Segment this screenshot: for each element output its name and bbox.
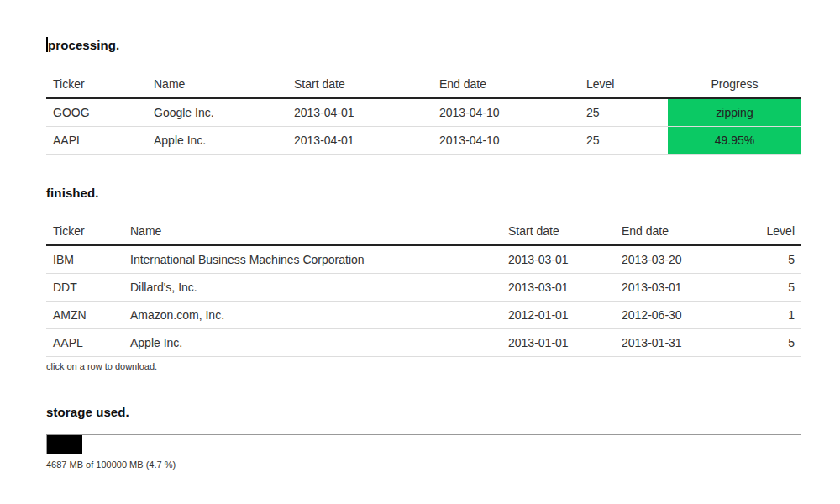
table-row-download[interactable]: AMZN Amazon.com, Inc. 2012-01-01 2012-06… [46,302,801,329]
finished-table: Ticker Name Start date End date Level IB… [46,218,801,357]
col-name: Name [123,218,501,245]
cell-name: Apple Inc. [123,329,501,357]
cell-ticker: AMZN [46,302,123,329]
cell-level: 5 [728,329,801,357]
table-row-download[interactable]: DDT Dillard's, Inc. 2013-03-01 2013-03-0… [46,274,801,302]
processing-heading: processing. [46,37,801,52]
table-row: AAPL Apple Inc. 2013-04-01 2013-04-10 25… [46,127,801,155]
processing-header-row: Ticker Name Start date End date Level Pr… [46,71,801,98]
table-row-download[interactable]: AAPL Apple Inc. 2013-01-01 2013-01-31 5 [46,329,801,357]
cell-start-date: 2013-04-01 [287,127,433,155]
table-row: GOOG Google Inc. 2013-04-01 2013-04-10 2… [46,98,801,127]
cell-start-date: 2013-04-01 [287,98,433,127]
cell-end-date: 2013-04-10 [433,98,580,127]
cell-name: Apple Inc. [147,127,287,155]
col-ticker: Ticker [46,218,123,245]
col-end-date: End date [433,71,580,98]
table-row-download[interactable]: IBM International Business Machines Corp… [46,245,801,274]
page: processing. Ticker Name Start date End d… [46,37,801,470]
cell-end-date: 2013-03-01 [615,274,728,302]
col-name: Name [147,71,287,98]
cell-start-date: 2013-03-01 [501,245,615,274]
cell-level: 1 [728,302,801,329]
processing-heading-label: processing. [48,38,119,52]
progress-badge: zipping [668,98,801,127]
cell-ticker: AAPL [46,329,123,357]
cell-name: Google Inc. [147,98,287,127]
cell-end-date: 2013-03-20 [615,245,728,274]
storage-heading: storage used. [46,407,801,418]
cell-start-date: 2012-01-01 [501,302,615,329]
cell-ticker: DDT [46,274,123,302]
cell-name: Dillard's, Inc. [123,274,501,302]
cell-name: International Business Machines Corporat… [123,245,501,274]
storage-caption: 4687 MB of 100000 MB (4.7 %) [46,459,801,470]
cell-end-date: 2013-01-31 [615,329,728,357]
cell-level: 5 [728,274,801,302]
finished-heading: finished. [46,187,801,199]
col-level: Level [728,218,801,245]
cell-level: 5 [728,245,801,274]
progress-badge: 49.95% [668,127,801,155]
cell-level: 25 [580,98,668,127]
col-level: Level [580,71,668,98]
cell-name: Amazon.com, Inc. [123,302,501,329]
col-ticker: Ticker [46,71,147,98]
col-start-date: Start date [501,218,615,245]
cell-end-date: 2013-04-10 [433,127,580,155]
download-hint: click on a row to download. [46,361,801,372]
cell-ticker: GOOG [46,98,147,127]
finished-header-row: Ticker Name Start date End date Level [46,218,801,245]
cell-start-date: 2013-03-01 [501,274,615,302]
col-start-date: Start date [287,71,433,98]
cell-ticker: IBM [46,245,123,274]
cell-level: 25 [580,127,668,155]
storage-fill [47,435,82,454]
storage-progress-bar [46,434,801,454]
cell-start-date: 2013-01-01 [501,329,615,357]
processing-table: Ticker Name Start date End date Level Pr… [46,71,801,155]
col-end-date: End date [615,218,728,245]
cell-end-date: 2012-06-30 [615,302,728,329]
cell-ticker: AAPL [46,127,147,155]
col-progress: Progress [668,71,801,98]
